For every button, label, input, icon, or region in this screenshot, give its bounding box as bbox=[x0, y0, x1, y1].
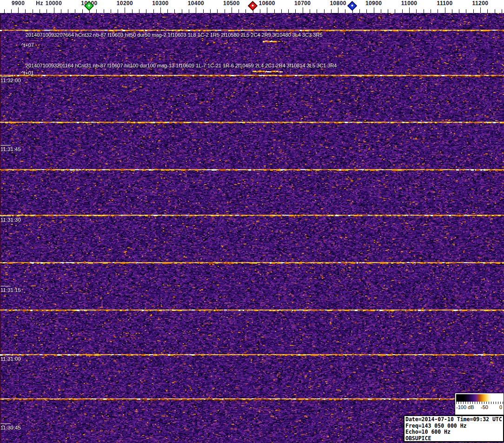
freq-tick bbox=[11, 9, 12, 13]
observation-info-box: Date=2014-07-10 Time=09:32 UTC Freq=143 … bbox=[404, 415, 504, 442]
scale-tick bbox=[456, 402, 457, 404]
freq-axis-label: 10400 bbox=[188, 0, 204, 7]
freq-tick bbox=[331, 9, 332, 13]
freq-tick bbox=[174, 9, 175, 13]
freq-tick bbox=[245, 9, 246, 13]
scale-tick bbox=[468, 402, 468, 404]
freq-tick bbox=[182, 9, 182, 13]
freq-tick bbox=[82, 9, 83, 13]
freq-tick bbox=[260, 9, 260, 13]
info-observatory: OBSUPICE bbox=[405, 436, 502, 442]
scale-tick bbox=[477, 402, 477, 404]
freq-tick bbox=[310, 9, 310, 13]
info-date-time: Date=2014-07-10 Time=09:32 UTC bbox=[405, 417, 502, 423]
spectrogram-canvas[interactable] bbox=[0, 13, 504, 443]
echo-annotation-2: 20140710093201164 hCnt31 nb-87 f10607 hi… bbox=[26, 63, 337, 68]
frequency-axis: 9900100001010010200103001040010500106001… bbox=[0, 0, 504, 13]
freq-tick bbox=[61, 9, 61, 13]
color-scale-gradient bbox=[456, 394, 503, 402]
time-label-2: 11:31:30 bbox=[0, 216, 21, 223]
freq-axis-label: 11200 bbox=[472, 0, 489, 7]
time-tick bbox=[0, 216, 11, 216]
freq-axis-label: 10700 bbox=[294, 0, 311, 7]
freq-tick bbox=[54, 7, 54, 13]
scale-tick bbox=[500, 402, 501, 404]
freq-tick bbox=[132, 9, 133, 13]
freq-tick bbox=[68, 9, 68, 13]
marker-center-dot bbox=[88, 4, 91, 7]
freq-tick bbox=[338, 7, 338, 13]
freq-axis-label: 10800 bbox=[330, 0, 346, 7]
freq-tick bbox=[146, 9, 146, 13]
scale-tick bbox=[465, 402, 466, 404]
freq-tick bbox=[4, 9, 5, 13]
freq-tick bbox=[217, 9, 218, 13]
time-tick bbox=[0, 76, 11, 77]
scale-tick bbox=[479, 402, 480, 404]
freq-tick bbox=[225, 9, 225, 13]
freq-tick bbox=[502, 9, 502, 13]
color-scale-legend: -100 dB -50 0 bbox=[455, 393, 504, 415]
freq-axis-label: 10500 bbox=[223, 0, 239, 7]
freq-tick bbox=[189, 9, 189, 13]
freq-marker-blue-diamond-icon[interactable] bbox=[347, 1, 357, 11]
freq-tick bbox=[395, 9, 395, 13]
scale-tick bbox=[470, 402, 471, 404]
freq-tick bbox=[480, 7, 481, 13]
freq-tick bbox=[40, 9, 40, 13]
freq-tick bbox=[459, 9, 459, 13]
scale-tick bbox=[482, 402, 482, 404]
scale-label-max: 0 bbox=[499, 404, 502, 410]
scale-label-min: -100 dB bbox=[456, 404, 474, 410]
scale-tick bbox=[463, 402, 464, 404]
freq-tick bbox=[274, 9, 275, 13]
freq-tick bbox=[431, 9, 431, 13]
scale-tick bbox=[496, 402, 496, 404]
scale-tick bbox=[498, 402, 498, 404]
freq-tick bbox=[33, 9, 33, 13]
scale-tick bbox=[493, 402, 494, 404]
freq-tick bbox=[452, 9, 452, 13]
freq-marker-red-diamond-icon[interactable] bbox=[248, 1, 258, 11]
freq-axis-label: 9900 bbox=[12, 0, 25, 7]
info-frequency: Freq=143 050 000 Hz bbox=[405, 423, 502, 430]
freq-tick bbox=[267, 7, 267, 13]
scale-tick bbox=[486, 402, 487, 404]
scale-tick bbox=[475, 402, 475, 404]
freq-tick bbox=[466, 9, 466, 13]
echo-offset-label-2: ^t+01 bbox=[21, 70, 34, 76]
freq-axis-label: 11100 bbox=[437, 0, 452, 7]
freq-tick bbox=[295, 9, 296, 13]
freq-tick bbox=[424, 9, 424, 13]
freq-axis-label: 10300 bbox=[152, 0, 168, 7]
freq-tick bbox=[196, 7, 196, 13]
scale-tick bbox=[472, 402, 473, 404]
time-label-text: 11:31:45 bbox=[0, 146, 21, 152]
freq-tick bbox=[281, 9, 282, 13]
freq-tick bbox=[388, 9, 388, 13]
time-tick bbox=[0, 423, 11, 424]
time-tick bbox=[0, 286, 11, 286]
freq-axis-label: 10200 bbox=[117, 0, 133, 7]
freq-tick bbox=[46, 9, 47, 13]
time-label-text: 11:30:45 bbox=[0, 425, 21, 430]
freq-tick bbox=[125, 7, 125, 13]
freq-tick bbox=[167, 9, 168, 13]
freq-tick bbox=[203, 9, 204, 13]
freq-tick bbox=[317, 9, 317, 13]
color-scale-labels: -100 dB -50 0 bbox=[455, 404, 504, 411]
time-label-5: 11:30:45 bbox=[0, 423, 21, 430]
time-label-0: 11:32:00 bbox=[0, 76, 21, 83]
freq-tick bbox=[409, 7, 410, 13]
freq-tick bbox=[402, 9, 403, 13]
freq-axis-label: 11000 bbox=[401, 0, 418, 7]
freq-tick bbox=[445, 7, 445, 13]
freq-tick bbox=[359, 9, 360, 13]
freq-tick bbox=[324, 9, 325, 13]
time-tick bbox=[0, 355, 11, 355]
freq-tick bbox=[75, 9, 75, 13]
freq-tick bbox=[438, 9, 438, 13]
freq-tick bbox=[487, 9, 488, 13]
freq-tick bbox=[160, 7, 161, 13]
time-label-4: 11:31:00 bbox=[0, 355, 21, 362]
